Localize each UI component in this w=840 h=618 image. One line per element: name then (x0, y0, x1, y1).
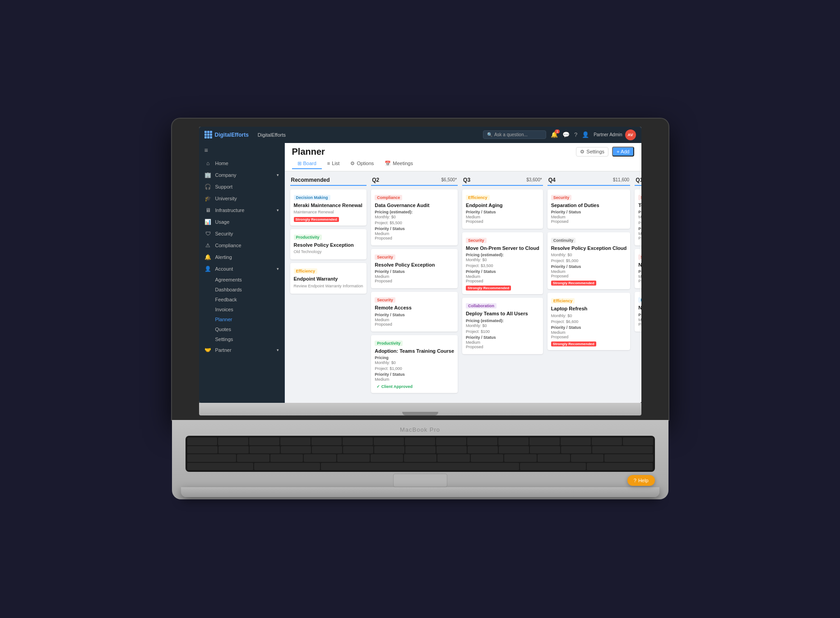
sidebar-sub-planner[interactable]: Planner (199, 314, 284, 324)
card-title: Meraki Maintenance Renewal (294, 202, 363, 208)
card-meraki-maintenance[interactable]: Decision Making Meraki Maintenance Renew… (290, 189, 367, 226)
status-badge: Strongly Recommended (294, 217, 339, 222)
card-endpoint-warranty[interactable]: Efficiency Endpoint Warranty Review Endp… (290, 263, 367, 293)
column-header-q4: Q4 $11,600 (548, 177, 631, 186)
status-badge: Strongly Recommended (551, 281, 596, 286)
column-budget-q4: $11,600 (613, 177, 629, 182)
partner-icon: 🤝 (204, 347, 212, 353)
card-tag: Efficiency (466, 195, 490, 200)
card-title: New Machines (638, 304, 641, 311)
card-tag: Efficiency (551, 298, 575, 304)
column-q4: Q4 $11,600 Security Separation of Duties… (548, 177, 631, 398)
tab-meetings[interactable]: 📅 Meetings (379, 159, 418, 169)
card-remote-access[interactable]: Security Remote Access Priority / Status… (371, 292, 458, 331)
top-bar-right: 🔍 Ask a question... 🔔 1 💬 ? 👤 Partner Ad… (483, 129, 636, 140)
trackpad[interactable] (393, 474, 447, 487)
chevron-down-icon-partner: ▾ (277, 348, 279, 352)
card-title: Data Governance Audit (375, 202, 454, 208)
chevron-down-icon-infra: ▾ (277, 208, 279, 212)
sidebar-sub-settings[interactable]: Settings (199, 334, 284, 344)
search-box[interactable]: 🔍 Ask a question... (483, 130, 546, 139)
card-endpoint-aging[interactable]: Efficiency Endpoint Aging Priority / Sta… (462, 189, 543, 229)
sidebar-item-home[interactable]: ⌂ Home (199, 157, 284, 169)
support-icon: 🎧 (204, 184, 212, 190)
sidebar-item-university[interactable]: 🎓 University (199, 193, 284, 204)
meetings-icon: 📅 (385, 161, 391, 166)
hamburger-icon[interactable]: ≡ (199, 143, 284, 157)
sidebar-label-account: Account (215, 266, 233, 272)
sidebar-label-security: Security (215, 231, 233, 236)
university-icon: 🎓 (204, 195, 212, 202)
card-teams-training[interactable]: Productivity Adoption: Teams Training Co… (371, 335, 458, 393)
sidebar-item-company[interactable]: 🏢 Company ▾ (199, 169, 284, 181)
card-tag: Security (638, 254, 641, 260)
account-icon: 👤 (204, 266, 212, 272)
options-icon: ⚙ (350, 161, 355, 166)
column-recommended: Recommended Decision Making Meraki Maint… (290, 177, 367, 398)
sidebar-label-compliance: Compliance (215, 243, 241, 248)
board-container: Recommended Decision Making Meraki Maint… (285, 171, 641, 403)
sidebar-item-usage[interactable]: 📊 Usage (199, 216, 284, 228)
screen-bezel: DigitalEfforts DigitalEfforts 🔍 Ask a qu… (172, 119, 668, 420)
sidebar-sub-invoices[interactable]: Invoices (199, 304, 284, 314)
sidebar-sub-quotes[interactable]: Quotes (199, 324, 284, 334)
card-resolve-security-q2[interactable]: Security Resolve Policy Exception Priori… (371, 249, 458, 288)
sidebar-item-alerting[interactable]: 🔔 Alerting (199, 251, 284, 263)
sidebar-item-support[interactable]: 🎧 Support (199, 181, 284, 193)
avatar: AV (625, 129, 636, 140)
card-title: Endpoint Aging (466, 202, 539, 208)
notification-badge: 1 (555, 129, 559, 134)
card-tech-alignment[interactable]: Security Technology Alignment Pricing Mo… (635, 189, 641, 245)
card-new-machines[interactable]: Decision Making New Machines Priority / … (635, 292, 641, 331)
card-resolve-policy[interactable]: Productivity Resolve Policy Exception Ol… (290, 229, 367, 259)
card-title: Resolve Policy Exception (375, 262, 454, 268)
card-nist[interactable]: Security NIST Priority / Status MediumPr… (635, 249, 641, 288)
sidebar-label-university: University (215, 196, 237, 201)
status-badge: Strongly Recommended (551, 341, 596, 346)
card-separation-duties[interactable]: Security Separation of Duties Priority /… (548, 189, 631, 229)
top-bar: DigitalEfforts DigitalEfforts 🔍 Ask a qu… (199, 127, 641, 143)
sidebar-label-alerting: Alerting (215, 254, 232, 260)
sidebar-sub-dashboards[interactable]: Dashboards (199, 285, 284, 295)
card-resolve-cloud[interactable]: Continuity Resolve Policy Exception Clou… (548, 232, 631, 289)
card-title: Laptop Refresh (551, 305, 627, 312)
card-laptop-refresh[interactable]: Efficiency Laptop Refresh Monthly: $0 Pr… (548, 293, 631, 350)
usage-icon: 📊 (204, 219, 212, 225)
help-icon[interactable]: ? (574, 131, 577, 138)
sidebar-item-infrastructure[interactable]: 🖥 Infrastructure ▾ (199, 204, 284, 216)
card-subtitle: Maintenance Renewal (294, 210, 363, 214)
tab-board[interactable]: ⊞ Board (292, 159, 322, 169)
column-budget-q3: $3,600* (526, 177, 542, 182)
user-area: Partner Admin AV (594, 129, 636, 140)
logo-area: DigitalEfforts (204, 131, 249, 138)
card-tag: Decision Making (638, 297, 641, 303)
laptop-wrapper: DigitalEfforts DigitalEfforts 🔍 Ask a qu… (172, 119, 668, 500)
content-area: Planner ⚙ Settings + Add (285, 143, 641, 403)
tab-options[interactable]: ⚙ Options (345, 159, 379, 169)
tab-list[interactable]: ≡ List (322, 159, 345, 169)
screen-bottom (199, 403, 641, 415)
card-tag: Efficiency (294, 268, 318, 274)
page-title: Planner (292, 147, 325, 157)
view-tabs: ⊞ Board ≡ List ⚙ Options (292, 157, 634, 169)
sidebar-sub-agreements[interactable]: Agreements (199, 275, 284, 285)
compliance-icon: ⚠ (204, 242, 212, 249)
chat-icon[interactable]: 💬 (562, 131, 570, 138)
user-icon[interactable]: 👤 (582, 131, 589, 138)
card-data-governance[interactable]: Compliance Data Governance Audit Pricing… (371, 189, 458, 245)
card-deploy-teams[interactable]: Collaboration Deploy Teams to All Users … (462, 298, 543, 354)
sidebar-label-infrastructure: Infrastructure (215, 208, 245, 213)
sidebar-item-compliance[interactable]: ⚠ Compliance (199, 240, 284, 251)
keyboard-area: MacBook Pro (172, 420, 668, 499)
column-header-recommended: Recommended (290, 177, 367, 186)
column-header-q1: Q1 $3,333/m (635, 177, 641, 186)
sidebar-item-partner[interactable]: 🤝 Partner ▾ (199, 344, 284, 356)
card-server-cloud[interactable]: Security Move On-Prem Server to Cloud Pr… (462, 232, 543, 294)
settings-button[interactable]: ⚙ Settings (576, 147, 608, 157)
sidebar-sub-feedback[interactable]: Feedback (199, 295, 284, 304)
sidebar-item-security[interactable]: 🛡 Security (199, 228, 284, 240)
sidebar-item-account[interactable]: 👤 Account ▾ (199, 263, 284, 275)
notification-icon[interactable]: 🔔 1 (551, 131, 558, 138)
card-tag: Security (375, 297, 395, 303)
add-button[interactable]: + Add (612, 147, 634, 157)
